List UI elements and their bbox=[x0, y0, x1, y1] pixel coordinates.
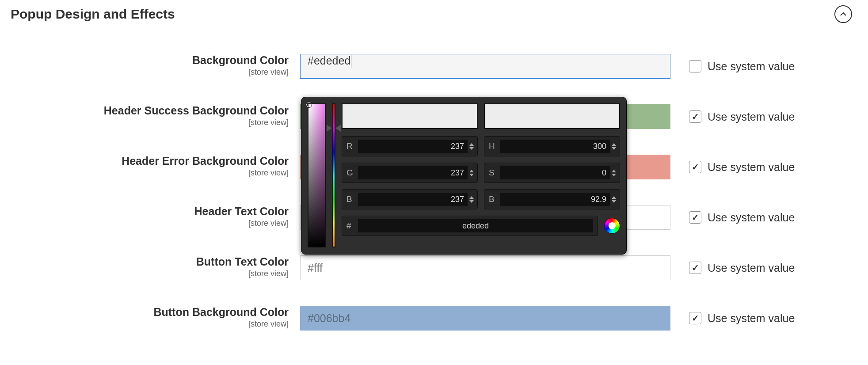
rgb-g-input[interactable] bbox=[358, 166, 468, 179]
row-button-text-color: Button Text Color [store view] Use syste… bbox=[11, 255, 868, 280]
hsb-s-row: S bbox=[484, 163, 620, 183]
rgb-g-row: G bbox=[342, 163, 478, 183]
label-button-text-color: Button Text Color bbox=[11, 255, 289, 268]
hex-input[interactable] bbox=[358, 219, 593, 232]
checkbox-label: Use system value bbox=[708, 60, 795, 73]
hue-thumb-right-icon bbox=[335, 125, 341, 132]
label-background-color: Background Color bbox=[11, 54, 289, 67]
hue-thumb-left-icon bbox=[327, 125, 332, 132]
current-color-swatch bbox=[342, 103, 478, 129]
color-wheel-icon[interactable] bbox=[604, 218, 620, 234]
checkbox-label: Use system value bbox=[708, 161, 795, 174]
previous-color-swatch[interactable] bbox=[484, 103, 620, 129]
hue-slider[interactable] bbox=[332, 103, 335, 247]
section-title: Popup Design and Effects bbox=[11, 7, 175, 22]
rgb-g-label: G bbox=[346, 168, 358, 178]
rgb-b-label: B bbox=[346, 194, 358, 204]
hsb-b-input[interactable] bbox=[500, 193, 610, 206]
hex-row: # bbox=[342, 216, 598, 236]
hsb-s-label: S bbox=[489, 168, 500, 178]
scope-label: [store view] bbox=[11, 319, 289, 329]
rgb-r-stepper[interactable] bbox=[469, 143, 476, 150]
hsb-h-row: H bbox=[484, 136, 620, 156]
checkbox-label: Use system value bbox=[708, 312, 795, 325]
hsb-b-row: B bbox=[484, 189, 620, 209]
checkbox-use-system-button-bg-color[interactable] bbox=[689, 312, 701, 324]
row-button-bg-color: Button Background Color [store view] Use… bbox=[11, 306, 868, 331]
hsb-h-stepper[interactable] bbox=[612, 143, 618, 150]
label-header-success-bg: Header Success Background Color bbox=[11, 104, 289, 117]
input-button-text-color[interactable] bbox=[300, 255, 670, 280]
label-button-bg-color: Button Background Color bbox=[11, 306, 289, 319]
hsb-h-input[interactable] bbox=[500, 140, 610, 153]
checkbox-use-system-background-color[interactable] bbox=[689, 60, 701, 72]
rgb-r-input[interactable] bbox=[358, 140, 468, 153]
rgb-r-row: R bbox=[342, 136, 478, 156]
label-header-text-color: Header Text Color bbox=[11, 205, 289, 218]
scope-label: [store view] bbox=[11, 68, 289, 77]
hsb-b-label: B bbox=[489, 194, 500, 204]
scope-label: [store view] bbox=[11, 168, 289, 178]
rgb-b-row: B bbox=[342, 189, 478, 209]
input-button-bg-color[interactable] bbox=[300, 306, 670, 331]
checkbox-label: Use system value bbox=[708, 110, 795, 123]
hsb-s-stepper[interactable] bbox=[612, 170, 618, 176]
scope-label: [store view] bbox=[11, 269, 289, 278]
collapse-toggle[interactable] bbox=[834, 5, 852, 23]
scope-label: [store view] bbox=[11, 118, 289, 127]
rgb-g-stepper[interactable] bbox=[469, 170, 476, 176]
color-picker-panel: R G B bbox=[301, 97, 627, 255]
rgb-b-stepper[interactable] bbox=[469, 196, 476, 203]
checkbox-use-system-header-error-bg[interactable] bbox=[689, 161, 701, 173]
label-header-error-bg: Header Error Background Color bbox=[11, 155, 289, 167]
input-background-color[interactable]: #ededed bbox=[300, 54, 670, 79]
sv-picker[interactable] bbox=[308, 103, 326, 247]
checkbox-use-system-header-success-bg[interactable] bbox=[689, 110, 701, 123]
hsb-h-label: H bbox=[489, 141, 500, 151]
text-caret bbox=[351, 55, 351, 68]
rgb-b-input[interactable] bbox=[358, 193, 468, 206]
checkbox-label: Use system value bbox=[708, 262, 795, 274]
chevron-up-icon bbox=[840, 11, 847, 18]
hex-label: # bbox=[346, 221, 358, 231]
checkbox-use-system-header-text-color[interactable] bbox=[689, 211, 701, 224]
row-background-color: Background Color [store view] #ededed Us… bbox=[11, 54, 868, 79]
hsb-s-input[interactable] bbox=[500, 166, 610, 179]
checkbox-use-system-button-text-color[interactable] bbox=[689, 262, 701, 274]
scope-label: [store view] bbox=[11, 219, 289, 228]
sv-cursor-icon bbox=[306, 102, 312, 108]
rgb-r-label: R bbox=[346, 141, 358, 151]
checkbox-label: Use system value bbox=[708, 211, 795, 224]
hsb-b-stepper[interactable] bbox=[612, 196, 618, 203]
